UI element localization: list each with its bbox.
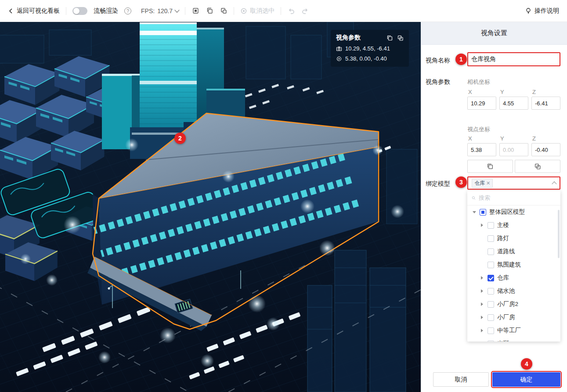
checkbox[interactable]	[488, 222, 494, 229]
checkbox[interactable]	[488, 262, 494, 268]
overlay-view-coords: 5.38, 0.00, -0.40	[345, 55, 387, 62]
screenshot-icon[interactable]	[191, 7, 199, 15]
chevron-left-icon	[8, 8, 14, 14]
tree-row-light-spot[interactable]: 光斑	[467, 337, 560, 342]
caret-right-icon[interactable]	[480, 289, 484, 294]
tree-row-ambient-buildings[interactable]: 氛围建筑	[467, 258, 560, 271]
tree-row-water-tank[interactable]: 储水池	[467, 284, 560, 298]
checkbox[interactable]	[488, 327, 494, 334]
lightbulb-icon	[525, 7, 532, 14]
toolbar-divider	[185, 7, 185, 15]
tree-search[interactable]	[467, 191, 560, 205]
axis-z-label: Z	[532, 89, 536, 95]
tree-row-medium-factory[interactable]: 中等工厂	[467, 324, 560, 337]
copy-params-button[interactable]	[467, 160, 513, 173]
tree-row-label: 小厂房	[497, 313, 515, 321]
chevron-up-icon	[552, 181, 556, 186]
copy-view-icon[interactable]	[206, 7, 213, 15]
checkbox-checked[interactable]	[488, 275, 494, 281]
tree-row-road-lines[interactable]: 道路线	[467, 245, 560, 258]
cancel-selection-button[interactable]: 取消选中	[240, 7, 274, 15]
view-x-input[interactable]	[467, 143, 496, 156]
view-name-label: 视角名称	[426, 57, 450, 65]
view-y-input[interactable]	[499, 143, 528, 156]
camera-coords-label: 相机坐标	[467, 78, 490, 86]
tree-scrollbar[interactable]	[558, 210, 560, 258]
tree-row-street-lamp[interactable]: 路灯	[467, 232, 560, 245]
overlay-title: 视角参数	[336, 34, 386, 42]
overlay-camera-coords: 10.29, 4.55, -6.41	[345, 45, 390, 52]
axis-y-label: Y	[500, 135, 504, 142]
view-name-input[interactable]	[467, 52, 560, 66]
tree-row-warehouse[interactable]: 仓库	[467, 271, 560, 284]
bind-model-select[interactable]: 仓库 ✕	[467, 176, 560, 190]
back-button[interactable]: 返回可视化看板	[8, 7, 60, 15]
tree-row-label: 小厂房2	[497, 300, 518, 308]
tree-row-small-factory-2[interactable]: 小厂房2	[467, 298, 560, 311]
tree-row-campus-model[interactable]: 整体园区模型	[467, 205, 560, 219]
tree-row-label: 中等工厂	[497, 327, 521, 334]
help-button[interactable]: 操作说明	[525, 7, 559, 15]
caret-placeholder	[480, 236, 484, 241]
copy-icon	[487, 163, 494, 170]
confirm-button[interactable]: 确定	[492, 372, 560, 387]
step-badge-1: 1	[455, 54, 467, 65]
tree-row-label: 主楼	[497, 221, 509, 229]
checkbox[interactable]	[488, 248, 494, 255]
caret-right-icon[interactable]	[480, 276, 484, 281]
back-label: 返回可视化看板	[17, 7, 60, 15]
toolbar-divider	[281, 7, 281, 15]
tree-row-label: 道路线	[497, 248, 515, 255]
view-z-input[interactable]	[531, 143, 560, 156]
duplicate-icon	[534, 163, 541, 170]
model-tree-dropdown: 整体园区模型 主楼 路灯 道路线 氛围建筑	[467, 191, 560, 342]
caret-placeholder	[480, 249, 484, 254]
panel-title: 视角设置	[421, 22, 567, 45]
help-label: 操作说明	[534, 7, 559, 15]
caret-right-icon[interactable]	[480, 315, 484, 320]
checkbox[interactable]	[488, 314, 494, 321]
paste-params-button[interactable]	[515, 160, 560, 173]
axis-y-label: Y	[500, 89, 504, 95]
search-icon	[472, 195, 476, 201]
checkbox[interactable]	[488, 341, 494, 342]
fps-value: 120.7	[157, 7, 173, 14]
view-params-overlay: 视角参数 10.29, 4.55, -6.41 5.38, 0.00, -0.4…	[331, 30, 409, 67]
tree-row-label: 仓库	[497, 274, 509, 282]
checkbox-indeterminate[interactable]	[480, 209, 486, 216]
toolbar-divider	[234, 7, 234, 15]
camera-y-input[interactable]	[499, 97, 528, 110]
axis-x-label: X	[468, 135, 472, 142]
undo-icon[interactable]	[287, 7, 295, 15]
step-badge-4: 4	[521, 358, 532, 370]
redo-icon[interactable]	[301, 7, 309, 15]
3d-viewport[interactable]: 视角参数 10.29, 4.55, -6.41 5.38, 0.00, -0.4…	[0, 22, 421, 392]
cancel-button[interactable]: 取消	[433, 372, 489, 387]
camera-z-input[interactable]	[531, 97, 560, 110]
checkbox[interactable]	[488, 288, 494, 295]
tree-row-main-building[interactable]: 主楼	[467, 219, 560, 232]
copy-icon[interactable]	[386, 35, 393, 41]
camera-x-input[interactable]	[467, 97, 496, 110]
caret-down-icon[interactable]	[472, 210, 477, 215]
caret-placeholder	[480, 342, 484, 342]
checkbox[interactable]	[488, 301, 494, 308]
caret-placeholder	[480, 263, 484, 267]
step-badge-3: 3	[455, 176, 467, 188]
tree-search-input[interactable]	[479, 194, 556, 201]
tag-close-icon[interactable]: ✕	[486, 180, 490, 186]
tree-row-small-factory[interactable]: 小厂房	[467, 311, 560, 324]
bind-model-label: 绑定模型	[426, 180, 450, 188]
caret-right-icon[interactable]	[480, 223, 484, 228]
fps-dropdown[interactable]: FPS: 120.7	[141, 7, 179, 14]
viewpoint-icon	[336, 56, 342, 62]
help-circle-icon[interactable]: ?	[124, 7, 131, 14]
smooth-render-toggle[interactable]	[72, 7, 87, 15]
3d-scene-canvas[interactable]	[0, 22, 421, 392]
caret-right-icon[interactable]	[480, 328, 484, 333]
checkbox[interactable]	[488, 235, 494, 242]
duplicate-icon[interactable]	[397, 35, 404, 41]
caret-right-icon[interactable]	[480, 302, 484, 307]
multi-view-icon[interactable]	[220, 7, 228, 15]
view-params-label: 视角参数	[426, 78, 450, 86]
